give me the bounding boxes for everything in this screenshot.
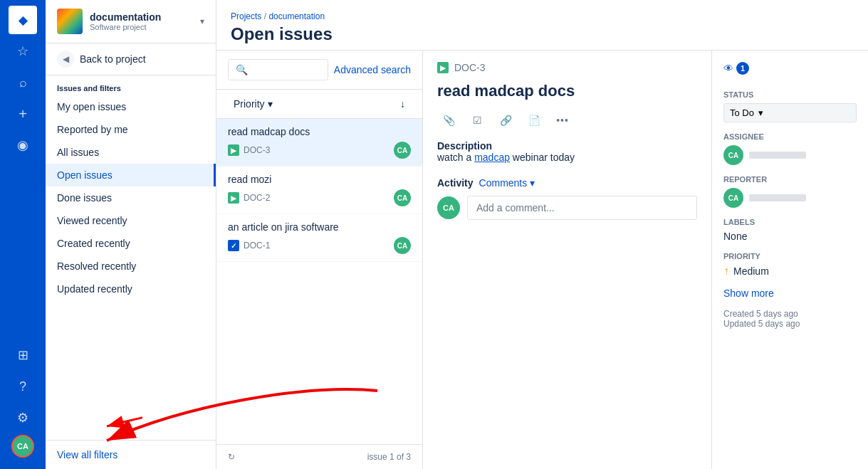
activity-label: Activity [437,177,474,189]
sidebar-item-created-recently[interactable]: Created recently [46,232,216,255]
user-avatar[interactable]: CA [11,435,34,458]
issue-id-area: ✓ DOC-1 [228,240,270,251]
comments-dropdown[interactable]: Comments ▾ [479,177,535,189]
assignee-name [749,152,806,159]
detail-actions: 📎 ☑ 🔗 📄 ••• [437,109,697,132]
breadcrumb-project[interactable]: documentation [268,11,325,21]
sidebar-item-reported-by-me[interactable]: Reported by me [46,118,216,141]
notifications-icon[interactable]: ◉ [9,131,37,159]
status-dropdown[interactable]: To Do ▾ [723,103,857,122]
sidebar-item-viewed-recently[interactable]: Viewed recently [46,209,216,232]
issue-count: issue 1 of 3 [367,452,411,462]
back-to-project-label: Back to project [80,53,146,65]
doc-icon[interactable]: 📄 [523,109,545,132]
status-value: To Do [730,107,754,118]
show-more-link[interactable]: Show more [723,288,857,299]
search-icon: 🔍 [236,64,248,75]
sidebar-item-done-issues[interactable]: Done issues [46,186,216,209]
refresh-icon[interactable]: ↻ [228,452,235,462]
nav-bar: ◆ ☆ ⌕ + ◉ ⊞ ? ⚙ CA [0,0,46,469]
detail-header-row: 👁 1 [723,62,857,80]
issue-type-story-icon: ▶ [228,192,239,204]
breadcrumb: Projects / documentation [231,11,854,21]
issue-title: read madcap docs [228,126,411,137]
back-to-project-button[interactable]: ◀ Back to project [46,43,216,75]
project-header[interactable]: documentation Software project ▾ [46,0,216,43]
issues-toolbar: 🔍 Advanced search [216,51,422,90]
chevron-down-icon: ▾ [530,177,535,189]
attach-icon[interactable]: 📎 [437,109,460,132]
labels-label: LABELS [723,218,857,226]
more-icon[interactable]: ••• [551,109,574,132]
issue-title: read mozi [228,174,411,185]
search-input[interactable]: 🔍 [228,59,328,80]
issue-meta: ▶ DOC-3 CA [228,142,411,159]
settings-icon[interactable]: ⚙ [9,404,37,432]
issue-id: DOC-2 [244,193,270,203]
page-title: Open issues [231,24,854,44]
help-icon[interactable]: ? [9,372,37,401]
comments-label: Comments [479,177,528,189]
sidebar-item-all-issues[interactable]: All issues [46,141,216,164]
sidebar-item-updated-recently[interactable]: Updated recently [46,278,216,300]
madcap-link[interactable]: madcap [474,152,510,163]
watch-icon: 👁 [723,63,733,74]
issue-id: DOC-1 [244,241,270,251]
home-icon[interactable]: ◆ [9,6,37,34]
status-field: STATUS To Do ▾ [723,90,857,122]
sidebar-item-resolved-recently[interactable]: Resolved recently [46,255,216,278]
search-icon[interactable]: ⌕ [9,68,37,97]
sidebar: documentation Software project ▾ ◀ Back … [46,0,216,469]
priority-label: PRIORITY [723,252,857,260]
sidebar-item-my-open-issues[interactable]: My open issues [46,95,216,118]
issue-avatar: CA [394,142,411,159]
assignee-field: ASSIGNEE CA [723,132,857,165]
comment-input[interactable]: Add a comment... [467,196,697,220]
issues-filter-bar: Priority ▾ ↓ [216,90,422,119]
apps-icon[interactable]: ⊞ [9,341,37,369]
issue-item-doc3[interactable]: read madcap docs ▶ DOC-3 CA [216,119,422,167]
issue-id: DOC-3 [244,145,270,155]
watch-area[interactable]: 👁 1 [723,62,749,75]
chevron-down-icon: ▾ [758,107,763,118]
assignee-avatar: CA [723,145,743,165]
create-icon[interactable]: + [9,100,37,128]
sidebar-item-open-issues[interactable]: Open issues [46,164,216,186]
issue-item-doc2[interactable]: read mozi ▶ DOC-2 CA [216,167,422,214]
project-info: documentation Software project [90,11,193,31]
view-all-filters-link[interactable]: View all filters [57,449,204,460]
priority-filter-button[interactable]: Priority ▾ [228,95,278,112]
issues-panel: 🔍 Advanced search Priority ▾ ↓ read madc… [216,51,423,469]
issue-avatar: CA [394,237,411,254]
issue-avatar: CA [394,189,411,206]
issue-detail: ▶ DOC-3 read madcap docs 📎 ☑ 🔗 📄 ••• Des… [423,51,711,469]
detail-type-icon: ▶ [437,62,449,73]
checklist-icon[interactable]: ☑ [466,109,488,132]
advanced-search-link[interactable]: Advanced search [334,64,411,75]
comment-input-area: CA Add a comment... [437,196,697,220]
description-label: Description [437,140,697,152]
activity-section: Activity Comments ▾ CA Add a comment... [437,177,697,220]
breadcrumb-projects[interactable]: Projects [231,11,261,21]
sidebar-footer: View all filters [46,440,216,469]
chevron-down-icon: ▾ [200,16,204,26]
reporter-field: REPORTER CA [723,175,857,208]
reporter-row: CA [723,188,857,208]
sidebar-section-issues-filters: Issues and filters [46,75,216,95]
issue-type-story-icon: ▶ [228,144,239,156]
description-section: Description watch a madcap webinar today [437,140,697,163]
project-avatar [57,9,83,34]
right-sidebar: 👁 1 STATUS To Do ▾ ASSIGNEE CA REP [711,51,868,469]
issue-title: an article on jira software [228,221,411,233]
link-icon[interactable]: 🔗 [494,109,517,132]
sort-button[interactable]: ↓ [394,95,411,112]
sort-icon: ↓ [400,98,405,110]
issue-id-area: ▶ DOC-2 [228,192,270,204]
priority-arrow-icon: ↑ [723,265,729,278]
commenter-avatar: CA [437,196,460,219]
issue-item-doc1[interactable]: an article on jira software ✓ DOC-1 CA [216,214,422,262]
labels-field: LABELS None [723,218,857,242]
favorites-icon[interactable]: ☆ [9,37,37,65]
main-content: Projects / documentation Open issues 🔍 A… [216,0,868,469]
project-name: documentation [90,11,193,23]
